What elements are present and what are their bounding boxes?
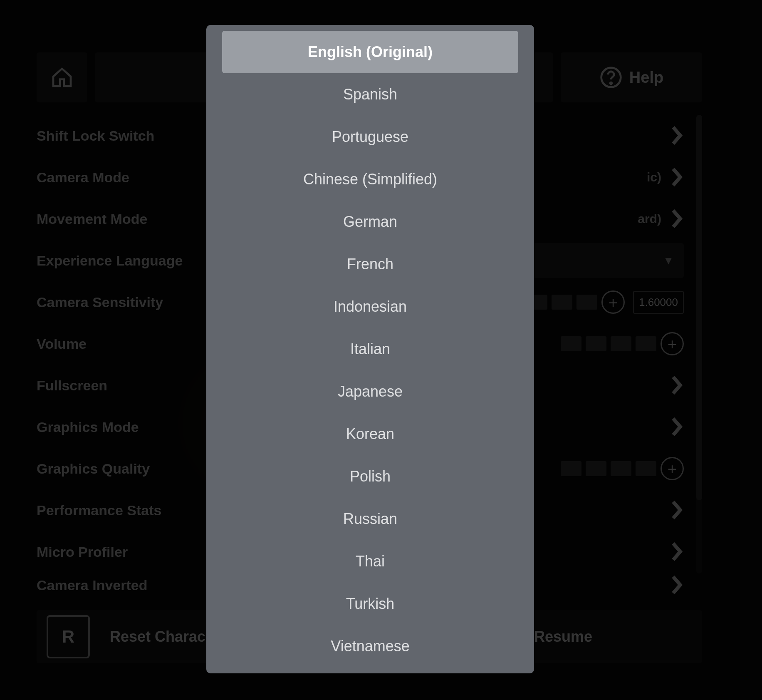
language-option[interactable]: Korean bbox=[222, 413, 518, 455]
language-option[interactable]: Polish bbox=[222, 455, 518, 498]
language-option[interactable]: Italian bbox=[222, 328, 518, 370]
language-option[interactable]: English (Original) bbox=[222, 31, 518, 73]
language-option[interactable]: French bbox=[222, 243, 518, 285]
language-popup: English (Original)SpanishPortugueseChine… bbox=[206, 25, 534, 673]
language-option[interactable]: Turkish bbox=[222, 583, 518, 625]
language-option[interactable]: Portuguese bbox=[222, 116, 518, 158]
language-option[interactable]: Indonesian bbox=[222, 285, 518, 328]
language-option[interactable]: Russian bbox=[222, 498, 518, 540]
language-option[interactable]: Vietnamese bbox=[222, 625, 518, 668]
game-viewport: People Help Shift Lock Switch Camera Mod… bbox=[0, 0, 762, 700]
language-option[interactable]: Thai bbox=[222, 540, 518, 583]
language-option[interactable]: German bbox=[222, 201, 518, 243]
language-option[interactable]: Chinese (Simplified) bbox=[222, 158, 518, 201]
language-option[interactable]: Japanese bbox=[222, 370, 518, 413]
language-option[interactable]: Spanish bbox=[222, 73, 518, 116]
